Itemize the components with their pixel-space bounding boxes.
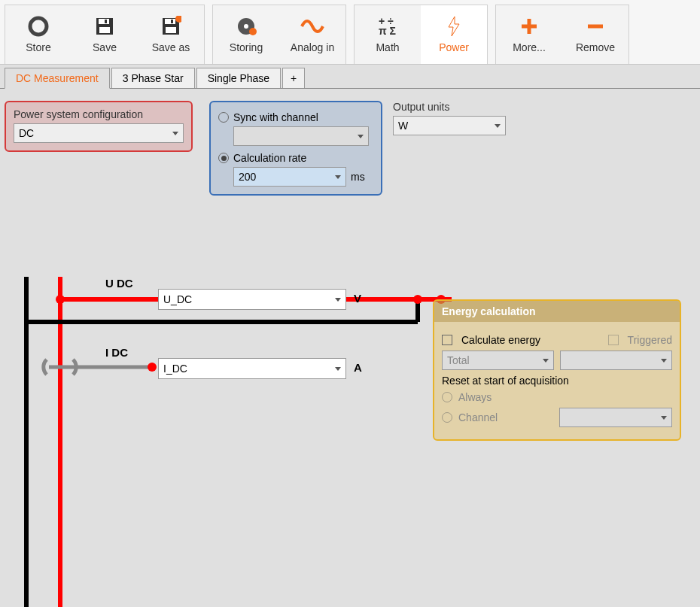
svg-point-12: [249, 28, 257, 35]
i-dc-value: I_DC: [163, 363, 187, 375]
chevron-down-icon: [335, 175, 341, 179]
calc-panel: Sync with channel Calculation rate 200 m…: [209, 101, 382, 196]
chevron-down-icon: [495, 124, 501, 128]
power-system-value: DC: [19, 127, 34, 139]
tab-dc-measurement[interactable]: DC Measurement: [5, 68, 110, 89]
store-label: Store: [26, 41, 50, 53]
calc-rate-value: 200: [239, 171, 256, 183]
save-as-button[interactable]: Save as: [138, 5, 204, 64]
tabs: DC Measurement 3 Phase Star Single Phase…: [0, 66, 700, 89]
svg-text:π Σ: π Σ: [379, 25, 396, 37]
reset-channel-dropdown: [559, 408, 672, 427]
canvas: Power system configuration DC Sync with …: [0, 89, 700, 607]
circle-icon: [28, 16, 49, 37]
sync-label: Sync with channel: [233, 111, 318, 123]
tab-add[interactable]: +: [282, 68, 305, 88]
disc-icon: [236, 16, 257, 37]
tab-single-phase[interactable]: Single Phase: [196, 68, 282, 88]
more-button[interactable]: More...: [496, 5, 562, 64]
remove-button[interactable]: Remove: [562, 5, 628, 64]
chevron-down-icon: [661, 416, 667, 420]
svg-point-0: [30, 18, 47, 35]
i-unit: A: [354, 361, 362, 374]
calc-rate-unit: ms: [351, 171, 365, 183]
storing-label: Storing: [230, 41, 263, 53]
chevron-down-icon: [335, 298, 341, 302]
triggered-label: Triggered: [628, 334, 672, 346]
chevron-down-icon: [661, 359, 667, 363]
i-dc-label: I DC: [105, 346, 128, 359]
floppy-icon: [94, 16, 115, 37]
calc-rate-dropdown[interactable]: 200: [233, 167, 346, 187]
store-button[interactable]: Store: [5, 5, 72, 64]
node: [413, 295, 422, 304]
tab-3-phase-star[interactable]: 3 Phase Star: [111, 68, 195, 88]
calc-energy-label: Calculate energy: [461, 334, 540, 346]
energy-panel: Energy calculation Calculate energy Trig…: [433, 299, 681, 441]
svg-point-11: [244, 24, 248, 29]
chevron-down-icon: [172, 132, 178, 135]
chevron-down-icon: [543, 359, 549, 363]
math-button[interactable]: + ÷π Σ Math: [355, 5, 421, 64]
save-button[interactable]: Save: [72, 5, 138, 64]
sync-radio[interactable]: [218, 112, 229, 123]
math-label: Math: [376, 41, 399, 53]
diagram: U DC U_DC V I DC I_DC A – +: [0, 262, 452, 607]
power-system-dropdown[interactable]: DC: [14, 123, 184, 143]
trigger-channel-dropdown: [560, 351, 672, 370]
svg-rect-8: [166, 27, 176, 33]
svg-rect-7: [171, 20, 173, 23]
channel-label: Channel: [458, 411, 498, 423]
wave-icon: [300, 16, 324, 37]
i-dc-dropdown[interactable]: I_DC: [158, 358, 346, 379]
calc-energy-checkbox[interactable]: [442, 335, 452, 345]
calc-rate-label: Calculation rate: [233, 152, 306, 164]
svg-rect-2: [99, 19, 109, 24]
energy-type-value: Total: [447, 354, 470, 366]
plus-icon: [519, 16, 540, 37]
triggered-checkbox: [608, 335, 619, 345]
reset-always-radio: [442, 392, 452, 402]
remove-label: Remove: [576, 41, 615, 53]
chevron-down-icon: [335, 367, 341, 371]
chevron-down-icon: [358, 135, 364, 138]
svg-rect-3: [105, 20, 107, 23]
node: [148, 363, 157, 372]
storing-button[interactable]: Storing: [213, 5, 279, 64]
power-button[interactable]: Power: [421, 5, 487, 64]
u-dc-label: U DC: [105, 277, 133, 290]
svg-rect-4: [99, 27, 110, 33]
calc-rate-radio[interactable]: [218, 153, 229, 163]
energy-header: Energy calculation: [434, 301, 680, 322]
floppy-edit-icon: [160, 16, 181, 37]
u-dc-value: U_DC: [163, 293, 192, 305]
bolt-icon: [446, 16, 461, 37]
save-as-label: Save as: [152, 41, 190, 53]
energy-type-dropdown: Total: [442, 351, 554, 370]
math-icon: + ÷π Σ: [377, 16, 398, 37]
u-unit: V: [354, 292, 361, 305]
always-label: Always: [458, 391, 492, 403]
analog-in-label: Analog in: [291, 41, 334, 53]
reset-label: Reset at start of acquisition: [442, 375, 672, 387]
output-units-label: Output units: [393, 101, 506, 113]
power-system-panel: Power system configuration DC: [5, 101, 193, 152]
output-units-group: Output units W: [393, 101, 506, 135]
node: [56, 295, 65, 304]
sync-channel-dropdown: [233, 126, 369, 146]
power-system-label: Power system configuration: [14, 108, 184, 120]
output-units-dropdown[interactable]: W: [393, 116, 506, 135]
more-label: More...: [513, 41, 546, 53]
output-units-value: W: [398, 120, 408, 132]
analog-in-button[interactable]: Analog in: [279, 5, 345, 64]
toolbar: Store Save Save as Storing Analog in + ÷…: [0, 0, 700, 65]
circuit-svg: [0, 262, 452, 607]
power-label: Power: [439, 41, 469, 53]
save-label: Save: [93, 41, 117, 53]
minus-icon: [585, 16, 606, 37]
u-dc-dropdown[interactable]: U_DC: [158, 289, 346, 310]
svg-rect-6: [165, 19, 175, 24]
reset-channel-radio: [442, 412, 452, 423]
